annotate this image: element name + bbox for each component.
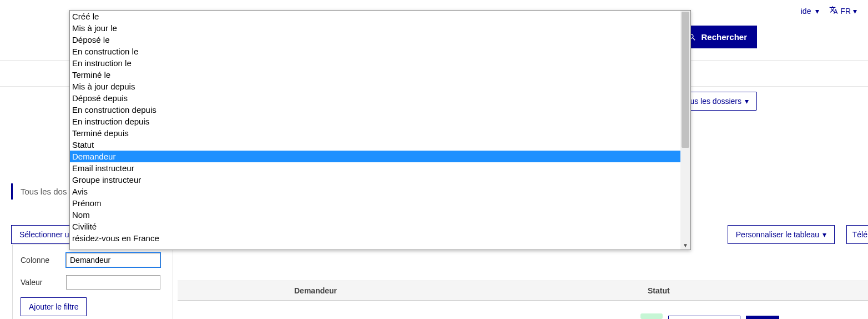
dropdown-option[interactable]: Civilité	[70, 221, 690, 232]
dropdown-option[interactable]: En instruction le	[70, 57, 690, 69]
column-header-demandeur: Demandeur	[294, 286, 337, 295]
dropdown-option[interactable]: Nom	[70, 209, 690, 221]
column-input[interactable]	[66, 253, 160, 267]
row-action-outline-button[interactable]	[668, 316, 740, 319]
search-button-label: Rechercher	[701, 32, 747, 42]
dropdown-option[interactable]: résidez-vous en France	[70, 232, 690, 244]
filter-panel: Colonne Valeur Ajouter le filtre	[12, 245, 173, 319]
chevron-down-icon[interactable]: ▼	[683, 242, 688, 248]
language-selector[interactable]: FR ▾	[829, 6, 857, 17]
select-filter-label: Sélectionner un	[19, 230, 73, 239]
status-badge	[640, 313, 663, 319]
dropdown-option[interactable]: Créé le	[70, 11, 690, 22]
tab-strip: Tous les dos	[11, 183, 74, 200]
dropdown-option[interactable]: En construction le	[70, 46, 690, 57]
scrollbar-track[interactable]: ▼	[680, 11, 690, 250]
scrollbar-thumb[interactable]	[682, 12, 689, 148]
dropdown-option[interactable]: Email instructeur	[70, 162, 690, 174]
dropdown-option[interactable]: Déposé depuis	[70, 92, 690, 104]
dropdown-option[interactable]: Demandeur	[70, 151, 690, 162]
chevron-down-icon: ▾	[822, 230, 826, 239]
chevron-down-icon: ▾	[745, 97, 749, 106]
tab-label: Tous les dos	[21, 187, 67, 196]
dropdown-option[interactable]: En construction depuis	[70, 104, 690, 116]
chevron-down-icon: ▾	[815, 7, 819, 16]
tab-all-dossiers[interactable]: Tous les dos	[11, 183, 74, 200]
dropdown-option[interactable]: Terminé depuis	[70, 127, 690, 139]
add-filter-button[interactable]: Ajouter le filtre	[21, 297, 87, 316]
column-header-statut: Statut	[648, 286, 670, 295]
help-link-label: ide	[801, 7, 811, 16]
dropdown-option[interactable]: Avis	[70, 186, 690, 197]
help-link[interactable]: ide ▾	[801, 7, 820, 16]
add-filter-label: Ajouter le filtre	[29, 302, 78, 311]
all-dossiers-label: ous les dossiers	[686, 97, 741, 106]
personalize-label: Personnaliser le tableau	[736, 230, 819, 239]
language-label: FR	[840, 7, 851, 16]
dropdown-option[interactable]: Statut	[70, 139, 690, 151]
download-button[interactable]: Télé	[846, 225, 868, 244]
dropdown-option[interactable]: Déposé le	[70, 34, 690, 46]
value-label: Valeur	[21, 278, 59, 287]
dropdown-option[interactable]: Mis à jour le	[70, 22, 690, 34]
dropdown-option[interactable]: En instruction depuis	[70, 116, 690, 127]
chevron-down-icon: ▾	[853, 7, 857, 16]
dropdown-option[interactable]: Groupe instructeur	[70, 174, 690, 186]
download-label: Télé	[852, 230, 867, 239]
value-input[interactable]	[66, 275, 160, 290]
row-action-primary-button[interactable]	[746, 316, 779, 319]
dropdown-option[interactable]: Prénom	[70, 197, 690, 209]
personalize-table-button[interactable]: Personnaliser le tableau ▾	[728, 225, 835, 244]
dropdown-option[interactable]: Mis à jour depuis	[70, 81, 690, 92]
table-header: Demandeur Statut	[178, 281, 868, 301]
column-label: Colonne	[21, 256, 59, 265]
column-dropdown[interactable]: Créé leMis à jour leDéposé leEn construc…	[69, 10, 691, 250]
translate-icon	[829, 6, 838, 17]
dropdown-option[interactable]: Terminé le	[70, 69, 690, 81]
